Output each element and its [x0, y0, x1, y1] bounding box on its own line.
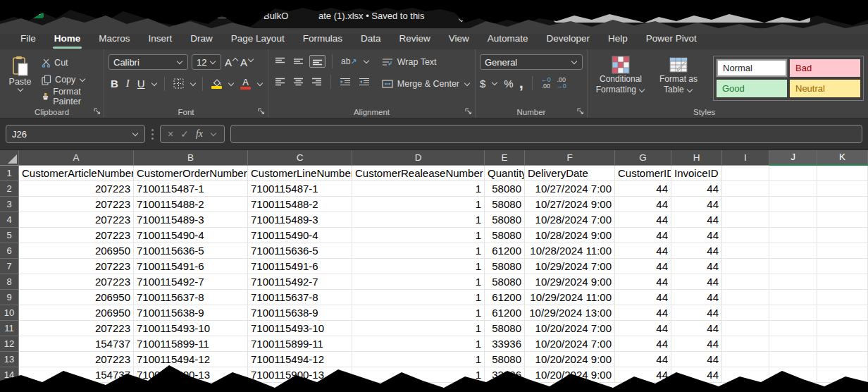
cell-B2[interactable]: 7100115487-1 — [134, 181, 248, 197]
column-header-E[interactable]: E — [485, 150, 525, 166]
decrease-decimal-button[interactable]: .00→0 — [557, 77, 566, 90]
cell-D14[interactable]: 1 — [352, 367, 485, 383]
cell-E9[interactable]: 61200 — [485, 290, 525, 305]
cell-F6[interactable]: 10/28/2024 11:00 — [525, 243, 615, 259]
cell-J11[interactable] — [769, 321, 817, 336]
cell-D6[interactable]: 1 — [352, 243, 485, 259]
tab-page-layout[interactable]: Page Layout — [222, 28, 294, 49]
cell-D8[interactable]: 1 — [352, 274, 485, 290]
tab-automate[interactable]: Automate — [478, 28, 538, 49]
cell-A9[interactable]: 206950 — [19, 290, 134, 305]
cell-C4[interactable]: 7100115489-3 — [248, 212, 352, 228]
underline-button[interactable]: U — [135, 76, 147, 91]
cell-G6[interactable]: 44 — [615, 243, 671, 259]
percent-format-button[interactable]: % — [504, 78, 513, 90]
number-dialog-launcher-icon[interactable] — [577, 108, 584, 115]
orientation-dropdown-icon[interactable] — [363, 58, 368, 63]
orientation-button[interactable]: ab ↗ — [339, 55, 359, 68]
cell-F12[interactable]: 10/20/2024 7:00 — [525, 336, 615, 352]
cell-F11[interactable]: 10/20/2024 7:00 — [525, 321, 615, 336]
cell-K13[interactable] — [817, 352, 868, 367]
cell-E14[interactable]: 33936 — [485, 367, 525, 383]
cell-I2[interactable] — [722, 181, 769, 197]
cell-G13[interactable]: 44 — [615, 352, 671, 367]
cell-C1[interactable]: CustomerLineNumber — [248, 166, 352, 181]
row-header-12[interactable]: 12 — [0, 336, 19, 352]
chevron-down-icon[interactable] — [459, 16, 464, 22]
cell-I4[interactable] — [722, 212, 769, 228]
row-header-8[interactable]: 8 — [0, 274, 19, 290]
cell-B3[interactable]: 7100115488-2 — [134, 197, 248, 212]
cell-K2[interactable] — [817, 181, 868, 197]
cell-H9[interactable]: 44 — [671, 290, 722, 305]
cell-I5[interactable] — [722, 228, 769, 243]
cell-B12[interactable]: 7100115899-11 — [134, 336, 248, 352]
cell-A3[interactable]: 207223 — [19, 197, 134, 212]
cell-K6[interactable] — [817, 243, 868, 259]
cell-A1[interactable]: CustomerArticleNumber — [19, 166, 134, 181]
cell-F13[interactable]: 10/20/2024 9:00 — [525, 352, 615, 367]
paste-button[interactable]: Paste — [4, 56, 36, 103]
font-dialog-launcher-icon[interactable] — [258, 108, 265, 115]
cell-J9[interactable] — [769, 290, 817, 305]
cell-A6[interactable]: 206950 — [19, 243, 134, 259]
column-header-J[interactable]: J — [769, 150, 817, 166]
cell-E13[interactable]: 58080 — [485, 352, 525, 367]
currency-format-button[interactable]: $ — [480, 78, 485, 90]
cell-K9[interactable] — [817, 290, 868, 305]
tab-formulas[interactable]: Formulas — [294, 28, 352, 49]
format-as-table-dropdown-icon[interactable] — [687, 87, 693, 92]
cell-H13[interactable]: 44 — [671, 352, 722, 367]
decrease-font-size-button[interactable]: A — [240, 56, 252, 68]
search-box[interactable] — [554, 8, 810, 23]
cell-F14[interactable]: 10/20/2024 9:00 — [525, 367, 615, 383]
tab-power-pivot[interactable]: Power Pivot — [637, 28, 706, 49]
cell-I1[interactable] — [722, 166, 769, 181]
cell-I9[interactable] — [722, 290, 769, 305]
cell-E12[interactable]: 33936 — [485, 336, 525, 352]
align-middle-button[interactable] — [291, 56, 306, 67]
cell-C7[interactable]: 7100115491-6 — [248, 259, 352, 274]
insert-function-button[interactable]: fx — [196, 128, 203, 140]
cell-style-normal[interactable]: Normal — [717, 59, 787, 77]
column-header-I[interactable]: I — [722, 150, 769, 166]
fill-color-dropdown-icon[interactable] — [228, 80, 234, 85]
alignment-dialog-launcher-icon[interactable] — [465, 108, 472, 115]
tab-file[interactable]: File — [11, 28, 45, 49]
name-box[interactable]: J26 — [6, 125, 145, 143]
cell-G3[interactable]: 44 — [615, 197, 671, 212]
cell-E3[interactable]: 58080 — [485, 197, 525, 212]
tab-draw[interactable]: Draw — [181, 28, 222, 49]
font-color-dropdown-icon[interactable] — [257, 80, 263, 85]
row-header-5[interactable]: 5 — [0, 228, 19, 243]
cell-J10[interactable] — [769, 305, 817, 321]
italic-button[interactable]: I — [124, 76, 132, 91]
cell-D1[interactable]: CustomerRealeaseNumber — [352, 166, 485, 181]
align-center-button[interactable] — [291, 76, 306, 87]
column-header-H[interactable]: H — [671, 150, 722, 166]
cell-F2[interactable]: 10/27/2024 7:00 — [525, 181, 615, 197]
cell-G9[interactable]: 44 — [615, 290, 671, 305]
cell-H10[interactable]: 44 — [671, 305, 722, 321]
column-header-D[interactable]: D — [352, 150, 485, 166]
bold-button[interactable]: B — [108, 76, 120, 91]
conditional-formatting-button[interactable]: Conditional Formatting — [592, 56, 650, 101]
column-header-A[interactable]: A — [19, 150, 134, 166]
cell-H3[interactable]: 44 — [671, 197, 722, 212]
underline-dropdown-icon[interactable] — [151, 80, 156, 85]
cell-J1[interactable] — [769, 166, 817, 181]
cell-A13[interactable]: 207223 — [19, 352, 134, 367]
cell-E6[interactable]: 61200 — [485, 243, 525, 259]
cell-E11[interactable]: 58080 — [485, 321, 525, 336]
cell-K3[interactable] — [817, 197, 868, 212]
cell-J12[interactable] — [769, 336, 817, 352]
column-header-F[interactable]: F — [525, 150, 615, 166]
cell-A4[interactable]: 207223 — [19, 212, 134, 228]
align-left-button[interactable] — [273, 76, 287, 87]
cell-C6[interactable]: 7100115636-5 — [248, 243, 352, 259]
cell-E5[interactable]: 58080 — [485, 228, 525, 243]
number-format-combo[interactable]: General — [480, 54, 583, 70]
cell-E7[interactable]: 58080 — [485, 259, 525, 274]
cell-B8[interactable]: 7100115492-7 — [134, 274, 248, 290]
cell-B5[interactable]: 7100115490-4 — [134, 228, 248, 243]
